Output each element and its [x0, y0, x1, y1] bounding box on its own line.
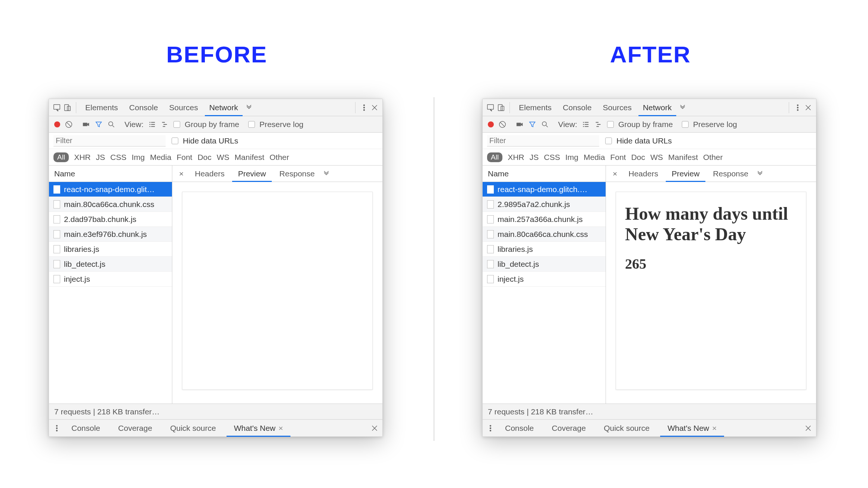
- request-row[interactable]: react-snap-demo.glitch.…: [483, 182, 606, 197]
- filter-funnel-icon[interactable]: [95, 120, 103, 129]
- request-row[interactable]: libraries.js: [483, 242, 606, 257]
- type-filter-doc[interactable]: Doc: [197, 153, 211, 162]
- kebab-menu-icon[interactable]: [794, 104, 802, 112]
- network-filter-input[interactable]: [53, 135, 166, 146]
- type-filter-xhr[interactable]: XHR: [508, 153, 524, 162]
- close-tab-icon[interactable]: ×: [712, 424, 717, 433]
- detail-tab-headers[interactable]: Headers: [622, 166, 664, 182]
- filter-funnel-icon[interactable]: [528, 120, 536, 129]
- request-row[interactable]: libraries.js: [49, 242, 172, 257]
- type-filter-js[interactable]: JS: [529, 153, 539, 162]
- type-filter-font[interactable]: Font: [176, 153, 192, 162]
- type-filter-manifest[interactable]: Manifest: [668, 153, 698, 162]
- type-filter-css[interactable]: CSS: [544, 153, 560, 162]
- type-filter-media[interactable]: Media: [584, 153, 605, 162]
- type-filter-manifest[interactable]: Manifest: [235, 153, 264, 162]
- search-icon[interactable]: [107, 120, 116, 129]
- drawer-tab-console[interactable]: Console: [498, 420, 541, 437]
- tab-elements[interactable]: Elements: [514, 99, 556, 116]
- drawer-tab-quick-source[interactable]: Quick source: [596, 420, 657, 437]
- request-row[interactable]: react-no-snap-demo.glit…: [49, 182, 172, 197]
- type-filter-all[interactable]: All: [487, 152, 502, 162]
- view-waterfall-icon[interactable]: [594, 120, 603, 129]
- close-devtools-icon[interactable]: [804, 104, 812, 112]
- type-filter-js[interactable]: JS: [96, 153, 105, 162]
- type-filter-css[interactable]: CSS: [110, 153, 126, 162]
- tab-network[interactable]: Network: [638, 99, 676, 116]
- type-filter-all[interactable]: All: [53, 152, 69, 162]
- type-filter-img[interactable]: Img: [565, 153, 578, 162]
- drawer-tab-coverage[interactable]: Coverage: [544, 420, 593, 437]
- drawer-tab-whats-new[interactable]: What's New×: [227, 420, 291, 437]
- close-detail-icon[interactable]: ×: [175, 169, 187, 178]
- type-filter-xhr[interactable]: XHR: [74, 153, 90, 162]
- type-filter-doc[interactable]: Doc: [631, 153, 645, 162]
- request-row[interactable]: lib_detect.js: [49, 257, 172, 272]
- view-list-icon[interactable]: [582, 120, 590, 129]
- clear-icon[interactable]: [65, 120, 73, 129]
- camera-icon[interactable]: [515, 120, 524, 129]
- request-row[interactable]: main.257a366a.chunk.js: [483, 212, 606, 227]
- type-filter-ws[interactable]: WS: [217, 153, 230, 162]
- drawer-tab-coverage[interactable]: Coverage: [111, 420, 160, 437]
- tab-elements[interactable]: Elements: [81, 99, 123, 116]
- close-tab-icon[interactable]: ×: [278, 424, 283, 433]
- inspect-icon[interactable]: [486, 104, 495, 112]
- group-by-frame-checkbox[interactable]: Group by frame: [607, 120, 673, 129]
- column-header-name[interactable]: Name: [49, 166, 172, 182]
- tab-sources[interactable]: Sources: [165, 99, 203, 116]
- type-filter-media[interactable]: Media: [150, 153, 171, 162]
- view-waterfall-icon[interactable]: [161, 120, 169, 129]
- tab-network[interactable]: Network: [205, 99, 243, 116]
- detail-tab-preview[interactable]: Preview: [666, 166, 706, 182]
- close-devtools-icon[interactable]: [370, 104, 379, 112]
- type-filter-img[interactable]: Img: [132, 153, 145, 162]
- preserve-log-checkbox[interactable]: Preserve log: [248, 120, 304, 129]
- drawer-kebab-icon[interactable]: [53, 424, 61, 432]
- tab-console[interactable]: Console: [558, 99, 596, 116]
- drawer-tab-quick-source[interactable]: Quick source: [163, 420, 224, 437]
- inspect-icon[interactable]: [53, 104, 61, 112]
- more-detail-tabs-icon[interactable]: [756, 170, 764, 178]
- request-row[interactable]: inject.js: [483, 272, 606, 287]
- clear-icon[interactable]: [498, 120, 507, 129]
- detail-tab-response[interactable]: Response: [707, 166, 754, 182]
- request-row[interactable]: 2.dad97bab.chunk.js: [49, 212, 172, 227]
- hide-data-urls-checkbox[interactable]: Hide data URLs: [172, 136, 238, 145]
- camera-icon[interactable]: [82, 120, 90, 129]
- detail-tab-preview[interactable]: Preview: [232, 166, 272, 182]
- view-list-icon[interactable]: [148, 120, 156, 129]
- column-header-name[interactable]: Name: [483, 166, 606, 182]
- request-row[interactable]: inject.js: [49, 272, 172, 287]
- close-drawer-icon[interactable]: [804, 424, 812, 432]
- device-toggle-icon[interactable]: [63, 104, 71, 112]
- close-detail-icon[interactable]: ×: [609, 169, 621, 178]
- detail-tab-headers[interactable]: Headers: [189, 166, 230, 182]
- close-drawer-icon[interactable]: [370, 424, 379, 432]
- tab-console[interactable]: Console: [125, 99, 163, 116]
- more-tabs-icon[interactable]: [245, 104, 253, 112]
- more-tabs-icon[interactable]: [678, 104, 687, 112]
- group-by-frame-checkbox[interactable]: Group by frame: [173, 120, 239, 129]
- kebab-menu-icon[interactable]: [360, 104, 368, 112]
- type-filter-font[interactable]: Font: [610, 153, 626, 162]
- request-row[interactable]: 2.9895a7a2.chunk.js: [483, 197, 606, 212]
- request-row[interactable]: main.80ca66ca.chunk.css: [49, 197, 172, 212]
- device-toggle-icon[interactable]: [497, 104, 505, 112]
- type-filter-other[interactable]: Other: [703, 153, 723, 162]
- record-icon[interactable]: [54, 121, 60, 127]
- drawer-tab-console[interactable]: Console: [64, 420, 108, 437]
- search-icon[interactable]: [541, 120, 549, 129]
- network-filter-input[interactable]: [487, 135, 599, 146]
- drawer-kebab-icon[interactable]: [486, 424, 495, 432]
- type-filter-ws[interactable]: WS: [650, 153, 663, 162]
- request-row[interactable]: main.e3ef976b.chunk.js: [49, 227, 172, 242]
- request-row[interactable]: main.80ca66ca.chunk.css: [483, 227, 606, 242]
- request-row[interactable]: lib_detect.js: [483, 257, 606, 272]
- record-icon[interactable]: [488, 121, 494, 127]
- type-filter-other[interactable]: Other: [270, 153, 289, 162]
- hide-data-urls-checkbox[interactable]: Hide data URLs: [605, 136, 672, 145]
- preserve-log-checkbox[interactable]: Preserve log: [682, 120, 737, 129]
- drawer-tab-whats-new[interactable]: What's New×: [660, 420, 724, 437]
- more-detail-tabs-icon[interactable]: [322, 170, 330, 178]
